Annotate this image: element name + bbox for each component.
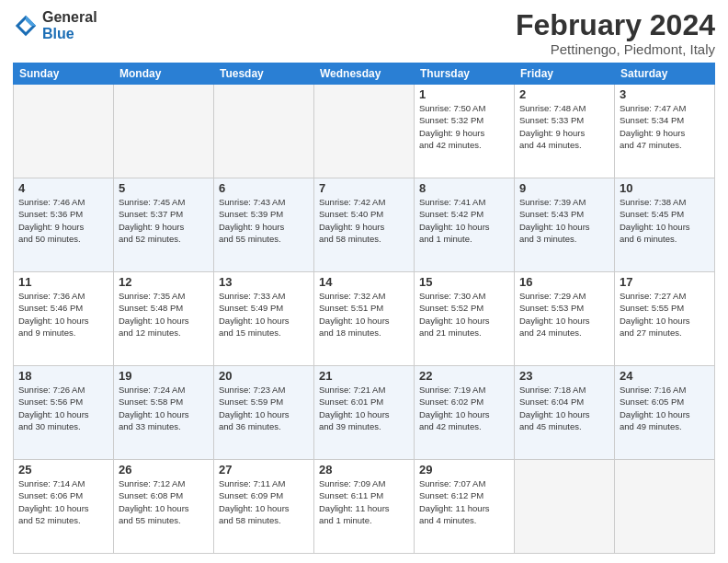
day-number: 13	[219, 275, 309, 289]
day-info: Sunrise: 7:27 AMSunset: 5:55 PMDaylight:…	[620, 290, 710, 339]
day-info: Sunrise: 7:16 AMSunset: 6:05 PMDaylight:…	[620, 384, 710, 432]
calendar-cell	[314, 85, 415, 178]
day-info: Sunrise: 7:21 AMSunset: 6:01 PMDaylight:…	[319, 384, 409, 432]
calendar-cell: 23Sunrise: 7:18 AMSunset: 6:04 PMDayligh…	[515, 366, 615, 460]
day-info: Sunrise: 7:26 AMSunset: 5:56 PMDaylight:…	[18, 384, 108, 432]
day-info: Sunrise: 7:30 AMSunset: 5:52 PMDaylight:…	[419, 290, 509, 339]
day-number: 18	[18, 369, 108, 383]
day-number: 24	[620, 369, 710, 383]
weekday-header-monday: Monday	[114, 63, 214, 85]
day-number: 9	[519, 181, 609, 195]
weekday-header-friday: Friday	[515, 63, 615, 85]
day-info: Sunrise: 7:36 AMSunset: 5:46 PMDaylight:…	[18, 290, 108, 339]
calendar-cell	[14, 85, 114, 178]
day-info: Sunrise: 7:47 AMSunset: 5:34 PMDaylight:…	[620, 102, 710, 151]
calendar-cell: 9Sunrise: 7:39 AMSunset: 5:43 PMDaylight…	[515, 178, 615, 272]
day-info: Sunrise: 7:12 AMSunset: 6:08 PMDaylight:…	[119, 477, 209, 526]
day-number: 17	[620, 275, 710, 289]
calendar-week-1: 4Sunrise: 7:46 AMSunset: 5:36 PMDaylight…	[14, 178, 715, 272]
day-info: Sunrise: 7:48 AMSunset: 5:33 PMDaylight:…	[519, 102, 609, 151]
day-number: 14	[319, 275, 409, 289]
day-info: Sunrise: 7:24 AMSunset: 5:58 PMDaylight:…	[119, 384, 209, 432]
day-info: Sunrise: 7:29 AMSunset: 5:53 PMDaylight:…	[519, 290, 609, 339]
day-info: Sunrise: 7:43 AMSunset: 5:39 PMDaylight:…	[219, 196, 309, 245]
calendar-cell: 5Sunrise: 7:45 AMSunset: 5:37 PMDaylight…	[114, 178, 214, 272]
calendar-cell: 13Sunrise: 7:33 AMSunset: 5:49 PMDayligh…	[214, 272, 314, 366]
calendar-cell: 8Sunrise: 7:41 AMSunset: 5:42 PMDaylight…	[415, 178, 515, 272]
day-number: 3	[620, 87, 710, 101]
calendar-cell: 2Sunrise: 7:48 AMSunset: 5:33 PMDaylight…	[515, 85, 615, 178]
calendar-week-4: 25Sunrise: 7:14 AMSunset: 6:06 PMDayligh…	[14, 460, 715, 554]
calendar-cell: 7Sunrise: 7:42 AMSunset: 5:40 PMDaylight…	[314, 178, 415, 272]
logo: General Blue	[13, 9, 97, 41]
day-info: Sunrise: 7:45 AMSunset: 5:37 PMDaylight:…	[119, 196, 209, 245]
calendar-cell: 24Sunrise: 7:16 AMSunset: 6:05 PMDayligh…	[615, 366, 715, 460]
day-info: Sunrise: 7:50 AMSunset: 5:32 PMDaylight:…	[419, 102, 509, 151]
calendar-cell: 29Sunrise: 7:07 AMSunset: 6:12 PMDayligh…	[415, 460, 515, 554]
day-number: 20	[219, 369, 309, 383]
day-number: 23	[519, 369, 609, 383]
subtitle: Pettinengo, Piedmont, Italy	[516, 41, 715, 57]
day-info: Sunrise: 7:07 AMSunset: 6:12 PMDaylight:…	[419, 477, 509, 526]
day-info: Sunrise: 7:19 AMSunset: 6:02 PMDaylight:…	[419, 384, 509, 432]
day-info: Sunrise: 7:42 AMSunset: 5:40 PMDaylight:…	[319, 196, 409, 245]
calendar-cell: 4Sunrise: 7:46 AMSunset: 5:36 PMDaylight…	[14, 178, 114, 272]
calendar-cell: 19Sunrise: 7:24 AMSunset: 5:58 PMDayligh…	[114, 366, 214, 460]
calendar-cell	[615, 460, 715, 554]
title-block: February 2024 Pettinengo, Piedmont, Ital…	[516, 9, 715, 57]
calendar-week-3: 18Sunrise: 7:26 AMSunset: 5:56 PMDayligh…	[14, 366, 715, 460]
day-info: Sunrise: 7:46 AMSunset: 5:36 PMDaylight:…	[18, 196, 108, 245]
calendar-cell: 15Sunrise: 7:30 AMSunset: 5:52 PMDayligh…	[415, 272, 515, 366]
calendar-cell: 28Sunrise: 7:09 AMSunset: 6:11 PMDayligh…	[314, 460, 415, 554]
day-number: 5	[119, 181, 209, 195]
day-number: 22	[419, 369, 509, 383]
day-number: 21	[319, 369, 409, 383]
header: General Blue February 2024 Pettinengo, P…	[13, 9, 715, 57]
calendar-cell: 6Sunrise: 7:43 AMSunset: 5:39 PMDaylight…	[214, 178, 314, 272]
day-info: Sunrise: 7:39 AMSunset: 5:43 PMDaylight:…	[519, 196, 609, 245]
calendar-cell: 22Sunrise: 7:19 AMSunset: 6:02 PMDayligh…	[415, 366, 515, 460]
page: General Blue February 2024 Pettinengo, P…	[0, 0, 728, 563]
day-number: 4	[18, 181, 108, 195]
calendar-cell: 3Sunrise: 7:47 AMSunset: 5:34 PMDaylight…	[615, 85, 715, 178]
day-info: Sunrise: 7:33 AMSunset: 5:49 PMDaylight:…	[219, 290, 309, 339]
calendar-week-2: 11Sunrise: 7:36 AMSunset: 5:46 PMDayligh…	[14, 272, 715, 366]
calendar-cell: 12Sunrise: 7:35 AMSunset: 5:48 PMDayligh…	[114, 272, 214, 366]
day-info: Sunrise: 7:14 AMSunset: 6:06 PMDaylight:…	[18, 477, 108, 526]
calendar-cell: 20Sunrise: 7:23 AMSunset: 5:59 PMDayligh…	[214, 366, 314, 460]
day-number: 2	[519, 87, 609, 101]
day-info: Sunrise: 7:41 AMSunset: 5:42 PMDaylight:…	[419, 196, 509, 245]
calendar-week-0: 1Sunrise: 7:50 AMSunset: 5:32 PMDaylight…	[14, 85, 715, 178]
weekday-header-tuesday: Tuesday	[214, 63, 314, 85]
day-number: 10	[620, 181, 710, 195]
calendar-cell: 11Sunrise: 7:36 AMSunset: 5:46 PMDayligh…	[14, 272, 114, 366]
logo-blue: Blue	[42, 26, 74, 41]
calendar-cell: 17Sunrise: 7:27 AMSunset: 5:55 PMDayligh…	[615, 272, 715, 366]
day-number: 29	[419, 463, 509, 477]
calendar-cell: 21Sunrise: 7:21 AMSunset: 6:01 PMDayligh…	[314, 366, 415, 460]
calendar-cell	[214, 85, 314, 178]
header-row: SundayMondayTuesdayWednesdayThursdayFrid…	[14, 63, 715, 85]
calendar-cell: 26Sunrise: 7:12 AMSunset: 6:08 PMDayligh…	[114, 460, 214, 554]
calendar-cell: 18Sunrise: 7:26 AMSunset: 5:56 PMDayligh…	[14, 366, 114, 460]
day-number: 26	[119, 463, 209, 477]
day-number: 7	[319, 181, 409, 195]
calendar-cell	[114, 85, 214, 178]
calendar-cell: 10Sunrise: 7:38 AMSunset: 5:45 PMDayligh…	[615, 178, 715, 272]
calendar-cell: 25Sunrise: 7:14 AMSunset: 6:06 PMDayligh…	[14, 460, 114, 554]
day-info: Sunrise: 7:11 AMSunset: 6:09 PMDaylight:…	[219, 477, 309, 526]
calendar-table: SundayMondayTuesdayWednesdayThursdayFrid…	[13, 63, 715, 554]
weekday-header-sunday: Sunday	[14, 63, 114, 85]
day-number: 11	[18, 275, 108, 289]
day-number: 1	[419, 87, 509, 101]
logo-icon	[13, 13, 39, 39]
calendar-cell: 16Sunrise: 7:29 AMSunset: 5:53 PMDayligh…	[515, 272, 615, 366]
calendar-cell: 27Sunrise: 7:11 AMSunset: 6:09 PMDayligh…	[214, 460, 314, 554]
calendar-cell: 1Sunrise: 7:50 AMSunset: 5:32 PMDaylight…	[415, 85, 515, 178]
day-number: 15	[419, 275, 509, 289]
day-info: Sunrise: 7:18 AMSunset: 6:04 PMDaylight:…	[519, 384, 609, 432]
day-number: 25	[18, 463, 108, 477]
day-info: Sunrise: 7:38 AMSunset: 5:45 PMDaylight:…	[620, 196, 710, 245]
weekday-header-thursday: Thursday	[415, 63, 515, 85]
day-number: 28	[319, 463, 409, 477]
